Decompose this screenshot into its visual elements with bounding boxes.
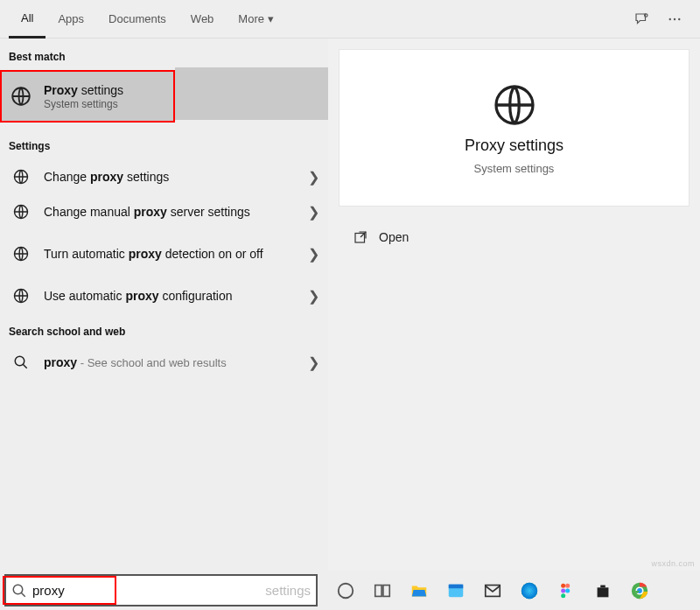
chevron-right-icon: ❯ — [308, 288, 319, 305]
edge-icon[interactable] — [518, 579, 541, 602]
best-match-text: Proxy settings System settings — [44, 82, 123, 110]
chevron-right-icon: ❯ — [308, 204, 319, 221]
results-left-column: Best match Proxy settings System setting… — [0, 39, 328, 571]
result-preview-pane: Proxy settings System settings Open — [328, 39, 700, 571]
web-result-proxy[interactable]: proxy - See school and web results ❯ — [0, 345, 328, 380]
preview-subtitle: System settings — [474, 162, 555, 175]
svg-point-24 — [565, 588, 570, 592]
settings-result-auto-proxy-config[interactable]: Use automatic proxy configuration ❯ — [0, 278, 328, 313]
more-options-icon[interactable] — [658, 0, 691, 39]
settings-result-change-manual-proxy[interactable]: Change manual proxy server settings ❯ — [0, 194, 328, 229]
svg-point-21 — [561, 583, 565, 587]
search-input[interactable] — [27, 583, 489, 598]
svg-point-23 — [561, 588, 565, 592]
chevron-right-icon: ❯ — [308, 169, 319, 186]
watermark: wsxdn.com — [651, 559, 695, 568]
svg-point-20 — [522, 582, 537, 598]
preview-title: Proxy settings — [465, 137, 564, 155]
tab-more-label: More — [238, 12, 264, 25]
store-icon[interactable] — [592, 579, 614, 602]
globe-icon — [490, 81, 539, 130]
globe-icon — [9, 168, 33, 186]
globe-icon — [9, 245, 33, 263]
settings-result-auto-proxy-detection[interactable]: Turn automatic proxy detection on or off… — [0, 229, 328, 278]
section-title-search-web: Search school and web — [0, 313, 328, 345]
chrome-icon[interactable] — [628, 579, 651, 602]
svg-point-3 — [678, 18, 680, 19]
svg-point-1 — [669, 18, 671, 19]
open-icon — [353, 229, 368, 245]
preview-open-label: Open — [379, 230, 409, 244]
svg-point-9 — [15, 356, 24, 366]
web-result-label: proxy - See school and web results — [44, 355, 298, 370]
search-icon — [9, 354, 33, 370]
section-title-settings: Settings — [0, 128, 328, 159]
preview-open-button[interactable]: Open — [339, 207, 690, 268]
preview-card: Proxy settings System settings — [339, 49, 690, 207]
svg-point-2 — [674, 18, 676, 19]
tab-all[interactable]: All — [9, 0, 46, 39]
tab-more[interactable]: More ▾ — [226, 0, 286, 39]
chevron-right-icon: ❯ — [308, 354, 319, 371]
svg-point-0 — [645, 13, 648, 16]
tab-web[interactable]: Web — [178, 0, 227, 39]
search-box-wrap: proxysettings — [0, 571, 322, 610]
search-filter-tabs: All Apps Documents Web More ▾ — [0, 0, 700, 39]
svg-point-22 — [565, 583, 570, 587]
section-title-best-match: Best match — [0, 39, 328, 70]
caret-down-icon: ▾ — [268, 12, 274, 25]
settings-result-change-proxy[interactable]: Change proxy settings ❯ — [0, 159, 328, 194]
svg-point-12 — [13, 585, 23, 594]
svg-point-25 — [561, 593, 565, 598]
search-box[interactable]: proxysettings — [4, 574, 318, 606]
feedback-icon[interactable] — [625, 0, 658, 39]
figma-icon[interactable] — [555, 579, 578, 602]
settings-result-label: Change proxy settings — [44, 170, 298, 185]
settings-result-label: Change manual proxy server settings — [44, 205, 298, 220]
chevron-right-icon: ❯ — [308, 246, 319, 263]
globe-icon — [9, 85, 33, 108]
bottom-bar: proxysettings — [0, 571, 700, 610]
globe-icon — [9, 287, 33, 305]
settings-result-label: Turn automatic proxy detection on or off — [44, 247, 298, 262]
tab-apps[interactable]: Apps — [46, 0, 96, 39]
best-match-proxy-settings[interactable]: Proxy settings System settings — [0, 70, 175, 123]
search-icon — [11, 583, 27, 599]
globe-icon — [9, 203, 33, 221]
settings-result-label: Use automatic proxy configuration — [44, 289, 298, 304]
search-results-area: Best match Proxy settings System setting… — [0, 39, 700, 571]
tab-documents[interactable]: Documents — [96, 0, 178, 39]
